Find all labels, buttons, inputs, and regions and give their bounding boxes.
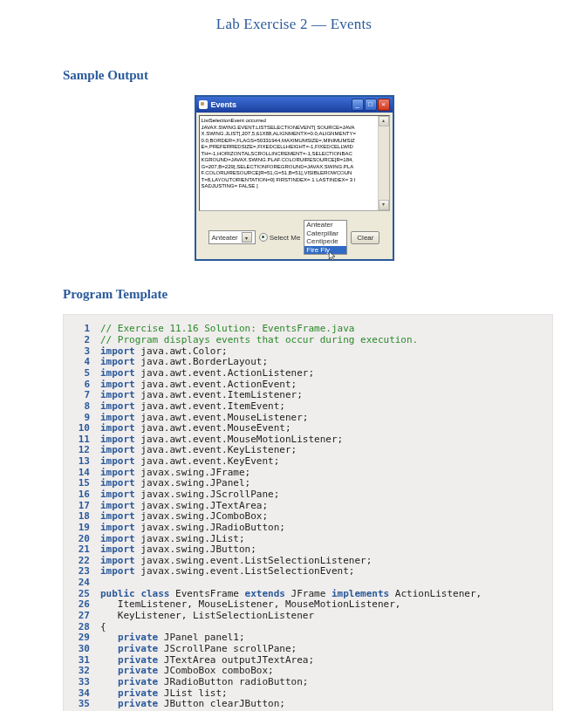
line-number: 13 [71, 456, 90, 468]
code-line: 35 private JButton clearJButton; [71, 699, 545, 710]
window-title: Events [211, 100, 352, 109]
close-button[interactable]: × [378, 99, 390, 111]
page-title: Lab Exercise 2 — Events [0, 16, 588, 33]
section-sample-output: Sample Output [63, 68, 588, 83]
minimize-button[interactable]: _ [352, 99, 364, 111]
textarea-line: 0.0,BORDER=,FLAGS=50331944,MAXIMUMSIZE=,… [202, 138, 376, 145]
line-number: 5 [71, 368, 90, 379]
radio-dot-icon [259, 233, 268, 242]
scroll-up-icon[interactable]: ▴ [379, 116, 389, 126]
line-number: 24 [71, 578, 90, 589]
titlebar: Events _ □ × [196, 97, 393, 113]
textarea-line: SADJUSTING= FALSE ] [202, 183, 376, 190]
line-number: 10 [71, 423, 90, 434]
textarea-line: E=,PREFERREDSIZE=,FIXEDCELLHEIGHT=-1,FIX… [202, 144, 376, 151]
line-number: 35 [71, 699, 90, 710]
line-number: 16 [71, 489, 90, 501]
maximize-button[interactable]: □ [365, 99, 377, 111]
code-line: 23import javax.swing.event.ListSelection… [71, 566, 545, 578]
textarea-line: ListSelectionEvent occurred [202, 118, 376, 125]
code-block: 1// Exercise 11.16 Solution: EventsFrame… [63, 314, 553, 711]
chevron-down-icon[interactable]: ▾ [242, 232, 252, 243]
scrollbar[interactable]: ▴ ▾ [378, 116, 389, 210]
combobox-value: Anteater [212, 234, 238, 242]
textarea-line: TH=-1,HORIZONTALSCROLLINCREMENT=-1,SELEC… [202, 151, 376, 158]
animal-combobox[interactable]: Anteater ▾ [209, 230, 256, 244]
textarea-line: JAVAX.SWING.EVENT.LISTSELECTIONEVENT[ SO… [202, 125, 376, 132]
textarea-line: X.SWING.JLIST[,207,5,61X88,ALIGNMENTX=0.… [202, 131, 376, 138]
line-number: 27 [71, 611, 90, 622]
line-number: 7 [71, 390, 90, 401]
sample-output-screenshot: Events _ □ × ListSelectionEvent occurred… [0, 95, 588, 261]
java-icon [199, 100, 208, 109]
list-item[interactable]: Caterpillar [304, 229, 346, 238]
line-number: 33 [71, 677, 90, 688]
line-number: 30 [71, 644, 90, 655]
section-program-template: Program Template [63, 287, 588, 302]
list-item[interactable]: Centipede [304, 237, 346, 246]
line-number: 21 [71, 544, 90, 556]
clear-button[interactable]: Clear [351, 231, 379, 244]
line-number: 32 [71, 666, 90, 677]
output-textarea[interactable]: ListSelectionEvent occurredJAVAX.SWING.E… [199, 115, 390, 211]
line-number: 19 [71, 523, 90, 534]
textarea-line: G=207,B=229],SELECTIONFOREGROUND=JAVAX.S… [202, 164, 376, 171]
radio-label: Select Me [270, 234, 301, 242]
select-me-radio[interactable]: Select Me [259, 233, 301, 242]
code-line: 27 KeyListener, ListSelectionListener [71, 611, 545, 622]
line-number: 2 [71, 335, 90, 346]
animal-list[interactable]: AnteaterCaterpillarCentipedeFire Fly [304, 220, 347, 255]
textarea-line: F.COLORUIRESOURCE[R=51,G=51,B=51],VISIBL… [202, 170, 376, 177]
swing-window: Events _ □ × ListSelectionEvent occurred… [195, 95, 394, 261]
list-item[interactable]: Anteater [304, 221, 346, 229]
textarea-line: KGROUND=JAVAX.SWING.PLAF.COLORUIRESOURCE… [202, 157, 376, 164]
textarea-line: T=8,LAYOUTORIENTATION=0] FIRSTINDEX= 1 L… [202, 177, 376, 184]
line-number: 18 [71, 511, 90, 523]
list-item[interactable]: Fire Fly [304, 246, 346, 255]
line-number: 8 [71, 401, 90, 413]
scroll-down-icon[interactable]: ▾ [379, 200, 389, 210]
